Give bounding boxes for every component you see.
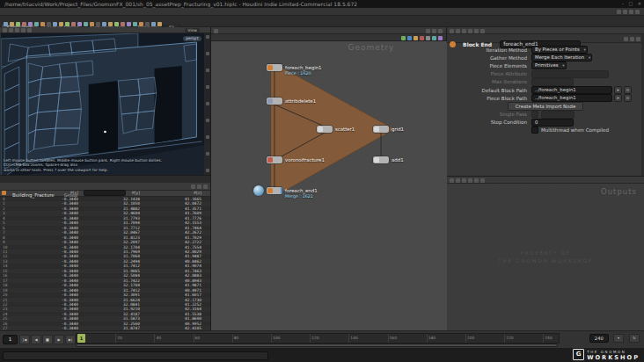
create-meta-import-button[interactable]: Create Meta Import Node [508,102,583,111]
end-frame-field[interactable]: 240 [589,334,609,343]
toolbar-icon[interactable] [623,10,627,14]
toolbar-icon[interactable] [468,178,472,183]
frame-ruler[interactable]: 20406080100120140160180200220240 1 [76,333,560,344]
outputs-canvas[interactable]: Outputs PROPERTY OF THE GNOMON WORKSHOP [447,184,644,331]
node-scatter1[interactable]: scatter1 [317,126,333,133]
shelf-tool-icon[interactable] [127,22,131,26]
shelf-tool-icon[interactable] [53,22,57,26]
toolbar-icon[interactable] [474,29,479,33]
toolbar-icon[interactable] [462,29,466,33]
toolbar-icon[interactable] [474,178,479,183]
current-frame-field[interactable]: 1 [3,335,18,344]
shelf-tool-icon[interactable] [71,22,76,26]
toolbar-icon[interactable] [432,29,436,33]
viewport-side-icon[interactable] [206,102,209,105]
playback-range-slider[interactable] [76,344,558,347]
display-option-icon[interactable] [413,36,418,40]
shelf-tool-icon[interactable] [84,22,88,26]
group-input[interactable] [84,190,126,196]
toolbar-icon[interactable] [629,10,633,14]
shelf-tool-icon[interactable] [139,22,143,26]
display-flag[interactable] [281,187,283,194]
stop-condition-field[interactable]: 0 [531,119,574,127]
toolbar-icon[interactable] [480,29,485,33]
toolbar-icon[interactable] [438,29,443,33]
single-pass-checkbox[interactable] [531,111,538,118]
multithread-checkbox[interactable] [531,127,538,134]
toolbar-icon[interactable] [450,29,454,33]
default-block-path-field[interactable]: ../foreach_begin1 [531,86,612,94]
toolbar-icon[interactable] [456,29,460,33]
toolbar-icon[interactable] [617,10,621,14]
node-voronoifracture1[interactable]: voronoifracture1 [267,156,282,163]
piece-block-path-field[interactable]: ../foreach_begin1 [531,94,612,102]
display-option-icon[interactable] [401,36,406,40]
toolbar-icon[interactable] [480,178,485,183]
shelf-tool-icon[interactable] [121,22,125,26]
toolbar-icon[interactable] [426,29,430,33]
camera-pill[interactable]: persp1 [183,36,201,41]
single-pass-field[interactable] [541,111,574,119]
viewport-side-icon[interactable] [206,85,209,89]
toolbar-icon[interactable] [636,37,640,41]
viewport-canvas[interactable]: persp1 Left mouse button tumbles. Middle… [1,33,210,175]
node-chooser-icon[interactable]: ➤ [614,94,622,102]
shelf-tool-icon[interactable] [96,22,100,26]
toolbar-icon[interactable] [450,178,454,183]
toolbar-icon[interactable] [468,29,472,33]
shelf-tool-icon[interactable] [65,22,70,26]
minimize-icon[interactable]: – [621,1,624,6]
display-option-icon[interactable] [420,36,424,40]
toolbar-icon[interactable] [191,185,195,189]
shelf-tool-icon[interactable] [114,22,119,26]
play-reverse-icon[interactable]: ◀ [31,335,41,344]
piece-elements-select[interactable]: Primitives [531,62,567,69]
maximize-icon[interactable]: □ [628,1,633,6]
display-option-icon[interactable] [426,36,430,40]
playback-options-icon[interactable]: ▾ [613,334,624,343]
shelf-tool-icon[interactable] [16,22,20,26]
viewport-side-icon[interactable] [206,169,209,172]
window-controls[interactable]: – □ ✕ [618,0,641,8]
toolbar-icon[interactable] [462,178,466,183]
viewport-side-icon[interactable] [206,135,209,139]
toolbar-icon[interactable] [203,185,208,189]
toolbar-icon[interactable] [635,10,640,14]
toolbar-icon[interactable] [456,178,460,183]
iteration-method-select[interactable]: By Pieces or Points [531,46,588,54]
op-jump-icon[interactable]: ⊙ [624,94,632,102]
shelf-tool-icon[interactable] [59,22,63,26]
viewport-side-icon[interactable] [206,35,209,39]
shelf-tool-icon[interactable] [108,22,113,26]
jump-start-icon[interactable]: |◀ [19,335,30,344]
spreadsheet-node-path[interactable]: Building_Fracture [12,192,55,199]
node-chooser-icon[interactable]: ➤ [614,86,622,94]
node-add1[interactable]: add1 [373,156,389,163]
shelf-tool-icon[interactable] [151,22,156,26]
toolbar-icon[interactable] [624,37,628,41]
shelf-tool-icon[interactable] [4,22,8,26]
node-foreach_begin1[interactable]: foreach_begin1Piece : 1620 [267,64,282,71]
viewport-side-icon[interactable] [206,119,209,122]
spreadsheet-rows[interactable]: 0-0.344032.143841.16651-0.344032.105042.… [0,197,210,331]
shelf-tool-icon[interactable] [28,22,33,26]
viewport-side-icon[interactable] [206,152,209,156]
viewport-toolbar-icon[interactable] [9,28,13,33]
stop-icon[interactable]: ■ [42,335,53,344]
jump-end-icon[interactable]: ▶| [65,335,76,344]
shelf-tool-icon[interactable] [40,22,45,26]
shelf-tool-icon[interactable] [22,22,26,26]
status-message-field[interactable] [3,351,268,360]
op-jump-icon[interactable]: ⊙ [624,86,632,94]
node-foreach_end1[interactable]: foreach_end1Merge : 1621 [267,187,282,194]
toolbar-icon[interactable] [197,185,201,189]
node-attribdelete1[interactable]: attribdelete1 [267,98,282,105]
max-iterations-field[interactable] [531,78,574,86]
gather-method-select[interactable]: Merge Each Iteration [531,54,592,62]
play-icon[interactable]: ▶ [54,335,64,344]
node-grid1[interactable]: grid1 [373,126,389,133]
display-option-icon[interactable] [438,36,443,40]
pane-pin-icon[interactable] [214,29,218,33]
viewport-toolbar-icon[interactable] [27,28,32,33]
shelf-tool-icon[interactable] [90,22,94,26]
